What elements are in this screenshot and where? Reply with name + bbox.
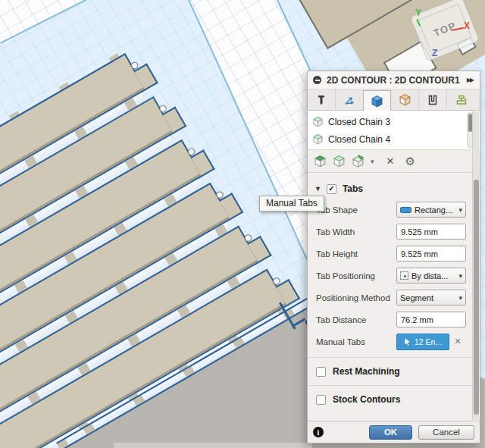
stock-contours-label: Stock Contours xyxy=(333,394,400,405)
section-collapse-icon[interactable]: ▼ xyxy=(314,185,321,193)
stock-contours-checkbox[interactable] xyxy=(316,395,326,405)
stock-bottom-edge xyxy=(114,443,312,448)
form-row-tab-shape: Tab Shape Rectang... ▾ xyxy=(308,202,480,218)
ok-button[interactable]: OK xyxy=(369,425,412,440)
cancel-button[interactable]: Cancel xyxy=(418,425,474,440)
field-label: Tab Height xyxy=(316,249,358,258)
2d-contour-dialog: 2D CONTOUR : 2D CONTOUR1 ▶▶ xyxy=(307,70,480,443)
dropdown-value: Rectang... xyxy=(415,205,457,215)
list-scrollbar-thumb[interactable] xyxy=(468,114,472,132)
tab-height-input[interactable] xyxy=(396,246,466,262)
remove-selection-icon[interactable]: ✕ xyxy=(386,155,395,167)
stock-contours-row[interactable]: Stock Contours xyxy=(308,386,480,413)
tab-width-input[interactable] xyxy=(396,224,466,240)
passes-icon xyxy=(427,94,439,106)
tab-linking[interactable] xyxy=(447,89,475,110)
selection-tools-row: ▾ ✕ ⚙ xyxy=(308,150,480,173)
gear-icon[interactable]: ⚙ xyxy=(405,155,415,168)
dropdown-value: By dista... xyxy=(411,271,457,280)
field-label: Tab Distance xyxy=(316,315,366,324)
cursor-icon xyxy=(404,337,411,346)
tab-passes[interactable] xyxy=(419,89,447,110)
form-row-tab-positioning: Tab Positioning By dista... ▾ xyxy=(308,268,480,284)
chain-label: Closed Chain 4 xyxy=(328,134,390,145)
tab-heights[interactable] xyxy=(391,89,419,110)
tabs-section-header[interactable]: ▼ ✓ Tabs xyxy=(308,183,480,194)
z-axis-label: Z xyxy=(432,48,437,58)
chain-label: Closed Chain 3 xyxy=(328,117,390,127)
tab-radius[interactable] xyxy=(363,90,391,111)
axes-icon xyxy=(343,94,355,106)
dialog-header[interactable]: 2D CONTOUR : 2D CONTOUR1 ▶▶ xyxy=(308,71,480,89)
tab-geometry[interactable] xyxy=(336,89,364,110)
panel-scrollbar[interactable] xyxy=(472,111,479,420)
contour-selection-list: Closed Chain 3 Closed Chain 4 xyxy=(308,111,480,150)
tab-positioning-dropdown[interactable]: By dista... ▾ xyxy=(396,268,466,284)
select-face-icon[interactable] xyxy=(314,155,327,168)
manual-tabs-selection-button[interactable]: 12 En... xyxy=(396,334,449,350)
chevron-down-icon: ▾ xyxy=(458,294,462,302)
app-window: TOP Y X Z Manual Tabs 2D CONTOUR : 2D CO… xyxy=(0,0,485,448)
rest-machining-checkbox[interactable] xyxy=(316,367,326,377)
orange-cube-icon xyxy=(399,93,411,106)
chevron-down-icon[interactable]: ▾ xyxy=(371,158,374,165)
linking-icon xyxy=(455,94,468,106)
select-body-icon[interactable] xyxy=(333,155,346,168)
tabs-checkbox[interactable]: ✓ xyxy=(327,184,336,194)
blue-cube-icon xyxy=(371,95,383,108)
by-distance-icon xyxy=(400,271,408,280)
tab-distance-input[interactable] xyxy=(396,312,466,327)
tab-shape-dropdown[interactable]: Rectang... ▾ xyxy=(396,202,466,218)
field-label: Tab Width xyxy=(316,227,355,237)
dialog-title: 2D CONTOUR : 2D CONTOUR1 xyxy=(327,75,460,86)
form-row-tab-height: Tab Height xyxy=(308,246,480,262)
form-row-positioning-method: Positioning Method Segment ▾ xyxy=(308,290,480,305)
field-label: Manual Tabs xyxy=(316,337,365,346)
chevron-down-icon: ▾ xyxy=(458,206,462,214)
x-axis-label: X xyxy=(464,20,470,31)
tab-tool[interactable] xyxy=(308,89,336,110)
dialog-footer: i OK Cancel xyxy=(308,421,480,443)
dropdown-value: Segment xyxy=(400,293,457,302)
select-chain-icon[interactable] xyxy=(352,155,365,168)
list-item[interactable]: Closed Chain 4 xyxy=(312,130,480,148)
rest-machining-row[interactable]: Rest Machining xyxy=(308,358,480,385)
positioning-method-dropdown[interactable]: Segment ▾ xyxy=(396,290,466,305)
rectangular-tab-icon xyxy=(400,207,411,213)
chain-cube-icon xyxy=(312,133,324,145)
clear-selection-icon[interactable]: ✕ xyxy=(449,337,466,346)
tool-icon xyxy=(315,94,327,106)
form-row-manual-tabs: Manual Tabs 12 En... ✕ xyxy=(308,334,480,349)
field-label: Tab Positioning xyxy=(316,271,375,280)
chevron-down-icon: ▾ xyxy=(458,272,462,280)
chain-cube-icon xyxy=(312,116,324,127)
tooltip: Manual Tabs xyxy=(259,196,324,211)
tabs-section: ▼ ✓ Tabs Tab Shape Rectang... ▾ Tab Widt… xyxy=(308,173,480,357)
list-item[interactable]: Closed Chain 3 xyxy=(312,113,480,130)
form-row-tab-distance: Tab Distance xyxy=(308,312,480,327)
info-icon[interactable]: i xyxy=(313,427,324,437)
form-row-tab-width: Tab Width xyxy=(308,224,480,240)
panel-scrollbar-thumb[interactable] xyxy=(474,180,479,415)
manual-tabs-count: 12 En... xyxy=(415,337,442,346)
y-axis-label: Y xyxy=(415,8,421,18)
dialog-tab-bar xyxy=(308,89,480,111)
expand-icon[interactable]: ▶▶ xyxy=(467,77,474,83)
field-label: Positioning Method xyxy=(316,293,390,302)
collapse-icon[interactable] xyxy=(313,76,321,84)
tabs-section-label: Tabs xyxy=(343,183,363,194)
rest-machining-label: Rest Machining xyxy=(333,366,400,377)
